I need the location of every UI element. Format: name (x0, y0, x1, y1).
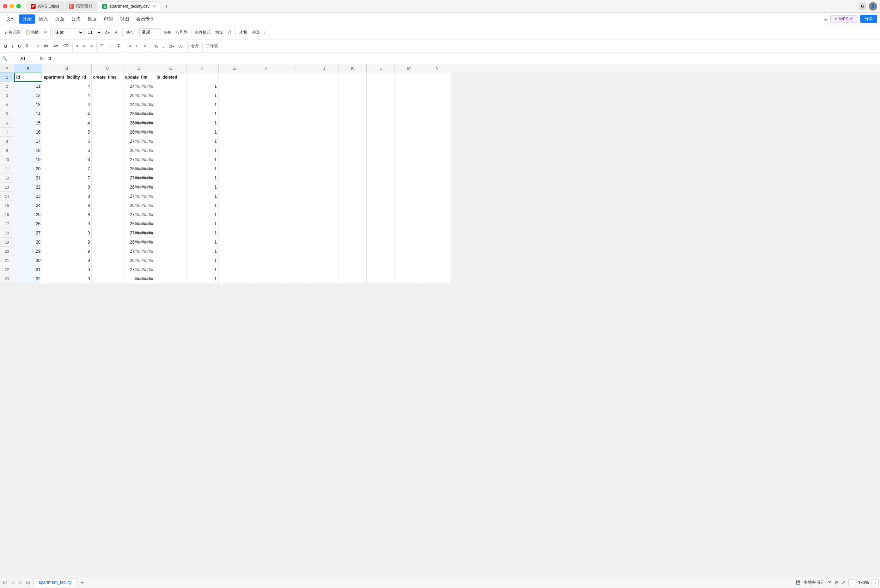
table-cell[interactable] (367, 128, 395, 137)
table-cell[interactable] (423, 256, 451, 265)
table-cell[interactable] (395, 274, 423, 284)
table-cell[interactable] (250, 256, 282, 265)
row-number[interactable]: 2 (0, 82, 14, 91)
table-cell[interactable] (367, 155, 395, 164)
table-cell[interactable]: 29 (14, 247, 42, 256)
worksheet-button[interactable]: 工作表 (204, 42, 220, 50)
font-family-select[interactable]: 宋体 (52, 28, 84, 36)
table-cell[interactable]: 7 (42, 174, 91, 183)
table-cell[interactable] (339, 238, 367, 247)
table-cell[interactable]: 1 (187, 228, 219, 238)
table-cell[interactable] (423, 265, 451, 274)
table-cell[interactable] (367, 109, 395, 118)
table-cell[interactable] (339, 210, 367, 219)
table-cell[interactable] (310, 91, 339, 100)
table-cell[interactable]: 1 (187, 210, 219, 219)
table-cell[interactable] (250, 219, 282, 228)
table-cell[interactable] (282, 192, 310, 201)
row-number[interactable]: 1 (0, 73, 14, 82)
cell-reference-input[interactable] (9, 55, 37, 62)
table-cell[interactable]: ######## (123, 274, 155, 284)
table-cell[interactable] (339, 192, 367, 201)
table-cell[interactable] (423, 228, 451, 238)
table-cell[interactable] (250, 238, 282, 247)
view-grid-icon[interactable]: ⊞ (835, 580, 839, 585)
table-cell[interactable] (282, 201, 310, 210)
percent-button[interactable]: % (152, 43, 160, 50)
table-cell[interactable] (310, 192, 339, 201)
table-cell[interactable] (339, 73, 367, 82)
table-cell[interactable]: 1 (187, 91, 219, 100)
table-cell[interactable]: id (14, 73, 42, 82)
align-top-button[interactable]: ⊤ (98, 42, 106, 50)
menu-item-文件[interactable]: 文件 (3, 15, 19, 24)
table-cell[interactable] (219, 247, 250, 256)
table-cell[interactable]: 26######## (123, 183, 155, 192)
table-cell[interactable]: 1 (187, 155, 219, 164)
table-cell[interactable] (250, 265, 282, 274)
col-header-G[interactable]: G (219, 64, 250, 73)
table-cell[interactable] (219, 201, 250, 210)
table-cell[interactable] (155, 238, 187, 247)
table-cell[interactable] (395, 146, 423, 155)
merge-cell-button[interactable]: 合并 (189, 42, 201, 50)
table-cell[interactable] (91, 164, 123, 174)
table-cell[interactable] (219, 192, 250, 201)
increase-decimal-button[interactable]: .0+ (167, 43, 177, 50)
table-cell[interactable]: 7 (42, 164, 91, 174)
table-cell[interactable] (310, 73, 339, 82)
table-cell[interactable] (250, 164, 282, 174)
bold-button[interactable]: B (2, 43, 9, 50)
table-cell[interactable]: 24######## (123, 82, 155, 91)
table-cell[interactable] (395, 238, 423, 247)
col-header-N[interactable]: N (423, 64, 451, 73)
table-cell[interactable] (367, 118, 395, 128)
table-cell[interactable] (367, 183, 395, 192)
sheet-last-button[interactable]: ▷| (25, 579, 32, 586)
table-cell[interactable]: create_time (91, 73, 123, 82)
table-cell[interactable] (367, 265, 395, 274)
table-cell[interactable] (155, 118, 187, 128)
table-cell[interactable]: 14 (14, 109, 42, 118)
table-cell[interactable] (423, 155, 451, 164)
table-cell[interactable] (282, 183, 310, 192)
table-cell[interactable] (91, 82, 123, 91)
table-cell[interactable]: 26######## (123, 238, 155, 247)
table-cell[interactable] (91, 228, 123, 238)
table-cell[interactable]: 1 (187, 219, 219, 228)
table-cell[interactable] (250, 82, 282, 91)
table-cell[interactable] (395, 256, 423, 265)
table-cell[interactable] (282, 109, 310, 118)
table-cell[interactable]: 27######## (123, 192, 155, 201)
row-number[interactable]: 22 (0, 265, 14, 274)
table-cell[interactable]: 1 (187, 238, 219, 247)
table-cell[interactable] (310, 201, 339, 210)
table-cell[interactable] (219, 219, 250, 228)
align-left-button[interactable]: ≡ (74, 43, 80, 50)
indent-decrease-button[interactable]: ⇤ (133, 42, 141, 50)
font-color-button[interactable]: A▾ (51, 42, 60, 50)
table-cell[interactable] (395, 109, 423, 118)
table-cell[interactable] (282, 247, 310, 256)
table-cell[interactable] (423, 109, 451, 118)
table-cell[interactable] (395, 247, 423, 256)
table-cell[interactable]: apartment_facility_id (42, 73, 91, 82)
table-cell[interactable] (250, 118, 282, 128)
row-number[interactable]: 11 (0, 164, 14, 174)
table-cell[interactable] (250, 109, 282, 118)
table-cell[interactable]: 26######## (123, 91, 155, 100)
table-cell[interactable] (339, 219, 367, 228)
table-cell[interactable]: 18 (14, 146, 42, 155)
align-bottom-button[interactable]: ↧ (115, 42, 122, 50)
table-cell[interactable] (219, 118, 250, 128)
table-cell[interactable] (91, 265, 123, 274)
table-cell[interactable]: 13 (14, 100, 42, 109)
table-cell[interactable] (91, 155, 123, 164)
table-cell[interactable]: 4 (42, 118, 91, 128)
table-cell[interactable] (91, 256, 123, 265)
table-cell[interactable] (91, 128, 123, 137)
table-cell[interactable]: 9 (42, 238, 91, 247)
table-cell[interactable] (310, 274, 339, 284)
table-cell[interactable] (339, 174, 367, 183)
table-cell[interactable] (395, 192, 423, 201)
